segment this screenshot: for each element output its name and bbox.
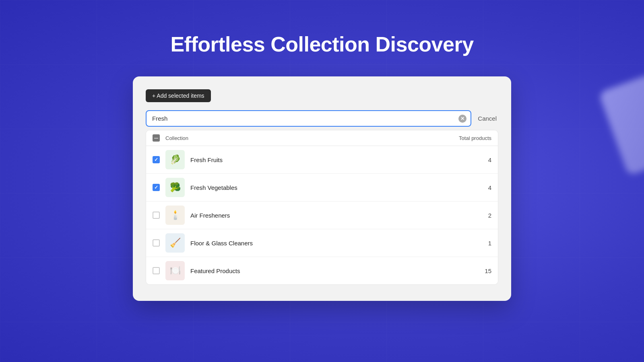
select-all-checkbox[interactable] xyxy=(153,134,160,142)
item-thumbnail-floor-glass-cleaners: 🧹 xyxy=(165,233,185,253)
cancel-button[interactable]: Cancel xyxy=(476,113,498,124)
item-count-floor-glass-cleaners: 1 xyxy=(488,240,491,247)
item-name-fresh-fruits: Fresh Fruits xyxy=(190,156,488,163)
page-title: Effortless Collection Discovery xyxy=(170,32,473,56)
collection-column-header: Collection xyxy=(165,135,459,141)
item-count-air-fresheners: 2 xyxy=(488,212,491,219)
item-name-floor-glass-cleaners: Floor & Glass Cleaners xyxy=(190,240,488,247)
search-input-wrapper: ✕ xyxy=(146,110,471,127)
item-name-air-fresheners: Air Fresheners xyxy=(190,212,488,219)
item-checkbox-featured-products[interactable] xyxy=(153,267,160,274)
item-checkbox-fresh-fruits[interactable] xyxy=(153,156,160,163)
item-checkbox-floor-glass-cleaners[interactable] xyxy=(153,239,160,247)
item-thumbnail-fresh-vegetables: 🥦 xyxy=(165,178,185,197)
item-thumbnail-featured-products: 🍽️ xyxy=(165,261,185,280)
search-row: ✕ Cancel xyxy=(146,110,498,127)
total-products-column-header: Total products xyxy=(459,135,491,141)
item-thumbnail-air-fresheners: 🕯️ xyxy=(165,206,185,225)
search-input[interactable] xyxy=(146,110,471,127)
list-item[interactable]: 🍽️ Featured Products 15 xyxy=(146,257,498,284)
list-item[interactable]: 🥬 Fresh Fruits 4 xyxy=(146,146,498,174)
item-count-fresh-vegetables: 4 xyxy=(488,184,491,191)
modal-card: + Add selected items ✕ Cancel Collection… xyxy=(133,76,511,301)
item-checkbox-fresh-vegetables[interactable] xyxy=(153,184,160,191)
item-name-featured-products: Featured Products xyxy=(190,267,485,274)
list-item[interactable]: 🥦 Fresh Vegetables 4 xyxy=(146,174,498,202)
list-header: Collection Total products xyxy=(146,130,498,146)
item-checkbox-air-fresheners[interactable] xyxy=(153,212,160,219)
clear-search-icon[interactable]: ✕ xyxy=(458,115,466,123)
item-count-featured-products: 15 xyxy=(485,267,491,274)
item-name-fresh-vegetables: Fresh Vegetables xyxy=(190,184,488,191)
list-item[interactable]: 🕯️ Air Fresheners 2 xyxy=(146,202,498,229)
item-thumbnail-fresh-fruits: 🥬 xyxy=(165,150,185,169)
item-count-fresh-fruits: 4 xyxy=(488,156,491,163)
add-selected-items-button[interactable]: + Add selected items xyxy=(146,89,211,102)
list-item[interactable]: 🧹 Floor & Glass Cleaners 1 xyxy=(146,229,498,257)
collections-list: Collection Total products 🥬 Fresh Fruits… xyxy=(146,130,498,285)
